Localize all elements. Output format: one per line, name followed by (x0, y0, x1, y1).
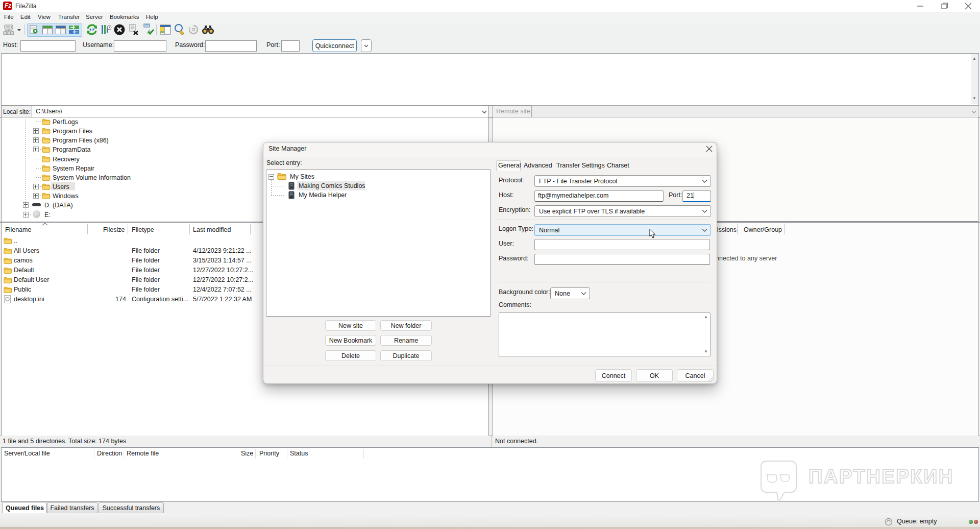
svg-text:ПАРТНЕРКИН: ПАРТНЕРКИН (808, 466, 954, 487)
